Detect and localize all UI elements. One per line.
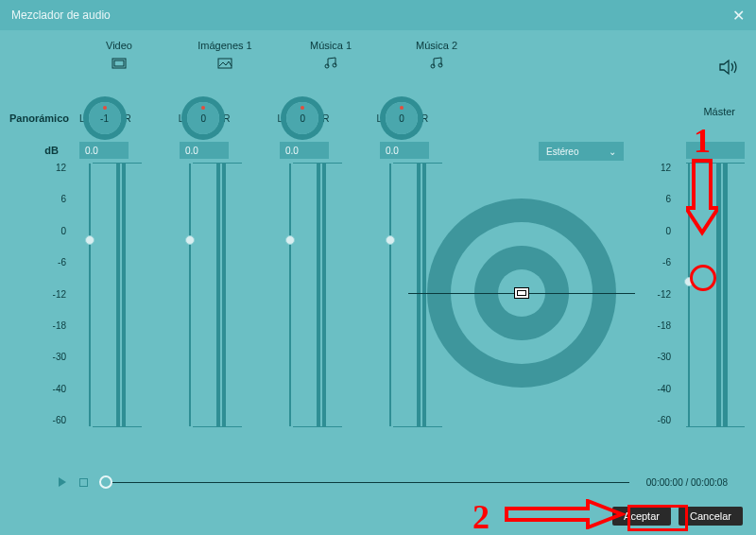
db-scale-right: 1260-6-12-18-30-40-60	[643, 163, 671, 425]
pan-music2[interactable]: L0R	[376, 102, 428, 134]
cancel-button[interactable]: Cancelar	[679, 507, 743, 526]
music-icon	[408, 57, 465, 70]
output-mode-label: Estéreo	[546, 147, 578, 157]
pan-knob[interactable]: -1	[89, 102, 121, 134]
annotation-2: 2	[472, 497, 490, 535]
db-label: dB	[9, 145, 79, 156]
pan-knob[interactable]: 0	[386, 102, 418, 134]
accept-button[interactable]: Aceptar	[612, 507, 671, 526]
fader-handle[interactable]	[85, 235, 94, 245]
channel-label: Video	[91, 40, 147, 51]
image-icon	[197, 57, 253, 70]
titlebar: Mezclador de audio ✕	[0, 0, 756, 30]
db-value-video[interactable]: 0.0	[79, 142, 129, 159]
play-button[interactable]	[57, 476, 68, 488]
annotation-arrow-right-icon	[503, 499, 626, 529]
svg-rect-1	[114, 60, 124, 66]
fader-music1[interactable]	[293, 163, 342, 427]
output-mode-select[interactable]: Estéreo ⌄	[539, 142, 624, 161]
pan-knob[interactable]: 0	[286, 102, 318, 134]
music-icon	[302, 57, 359, 70]
fader-master[interactable]	[686, 163, 745, 427]
time-display: 00:00:00 / 00:00:08	[646, 477, 728, 488]
window-title: Mezclador de audio	[11, 9, 111, 22]
master-label: Máster	[703, 106, 735, 117]
channel-label: Música 1	[302, 40, 359, 51]
db-value-music1[interactable]: 0.0	[280, 142, 329, 159]
db-value-master[interactable]	[686, 142, 745, 159]
db-scale-left: 1260-6-12-18-30-40-60	[38, 163, 66, 425]
pan-images[interactable]: L0R	[179, 102, 231, 134]
video-icon	[91, 57, 147, 70]
channel-header-music2: Música 2	[408, 40, 465, 70]
chevron-down-icon: ⌄	[609, 147, 616, 157]
surround-puck[interactable]	[514, 287, 529, 299]
channel-label: Imágenes 1	[197, 40, 253, 51]
db-value-images[interactable]: 0.0	[180, 142, 229, 159]
channel-header-images: Imágenes 1	[197, 40, 253, 70]
pan-video[interactable]: L-1R	[79, 102, 131, 134]
close-icon[interactable]: ✕	[732, 7, 745, 25]
db-value-music2[interactable]: 0.0	[380, 142, 429, 159]
pan-label: Panorámico	[9, 112, 79, 124]
channel-header-video: Video	[91, 40, 147, 70]
speaker-icon[interactable]	[718, 59, 739, 79]
fader-handle[interactable]	[684, 277, 694, 286]
pan-knob[interactable]: 0	[187, 102, 219, 134]
fader-handle[interactable]	[185, 235, 195, 245]
channel-header-music1: Música 1	[302, 40, 359, 70]
channel-label: Música 2	[408, 40, 465, 51]
seek-bar[interactable]	[106, 482, 629, 483]
surround-panner[interactable]	[427, 198, 616, 388]
seek-handle[interactable]	[99, 475, 112, 489]
fader-handle[interactable]	[285, 235, 295, 245]
fader-video[interactable]	[93, 163, 142, 427]
stop-button[interactable]	[77, 476, 89, 488]
pan-music1[interactable]: L0R	[278, 102, 330, 134]
fader-handle[interactable]	[386, 235, 395, 245]
fader-images[interactable]	[193, 163, 242, 427]
